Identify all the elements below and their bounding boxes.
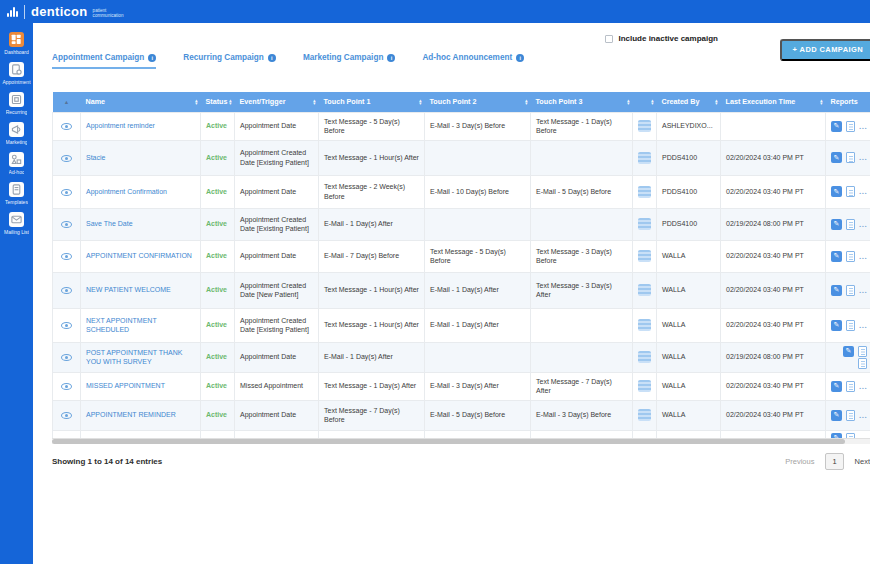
report-file-icon[interactable]	[858, 346, 867, 357]
edit-report-icon[interactable]: ✎	[831, 186, 842, 197]
queue-list-icon[interactable]	[638, 250, 651, 262]
report-file-icon[interactable]	[846, 121, 855, 132]
sidebar-item-appointment[interactable]: Appointment	[0, 62, 33, 85]
queue-list-icon[interactable]	[638, 218, 651, 230]
report-file-icon[interactable]	[846, 320, 855, 331]
column-label: Created By	[662, 97, 700, 106]
column-header-touch-point-1[interactable]: Touch Point 1▲▼	[319, 92, 425, 112]
edit-report-icon[interactable]: ✎	[831, 121, 842, 132]
campaign-name-link[interactable]: NEW PATIENT WELCOME	[86, 286, 171, 293]
more-actions-icon[interactable]: ...	[859, 222, 867, 227]
pagination-previous[interactable]: Previous	[785, 457, 814, 466]
column-header-last-execution-time[interactable]: Last Execution Time▲▼	[721, 92, 826, 112]
report-file-icon[interactable]	[858, 358, 867, 369]
campaign-name-link[interactable]: APPOINTMENT CONFIRMATION	[86, 252, 192, 259]
queue-cell	[633, 430, 657, 438]
sidebar-item-dashboard[interactable]: Dashboard	[0, 32, 33, 55]
queue-list-icon[interactable]	[638, 186, 651, 198]
campaign-name-link[interactable]: POST APPOINTMENT THANK YOU WITH SURVEY	[86, 349, 182, 365]
column-label: Last Execution Time	[726, 97, 796, 106]
view-eye-icon[interactable]	[61, 221, 72, 228]
edit-report-icon[interactable]: ✎	[831, 219, 842, 230]
status-text: Active	[206, 353, 227, 360]
queue-list-icon[interactable]	[638, 409, 651, 421]
edit-report-icon[interactable]: ✎	[831, 285, 842, 296]
view-eye-icon[interactable]	[61, 189, 72, 196]
reports-actions: ✎...	[831, 121, 870, 132]
view-eye-icon[interactable]	[61, 412, 72, 419]
view-eye-icon[interactable]	[61, 322, 72, 329]
tab-ad-hoc-announcement[interactable]: Ad-hoc Announcementi	[422, 53, 524, 69]
column-label: Touch Point 1	[324, 97, 371, 106]
edit-report-icon[interactable]: ✎	[831, 152, 842, 163]
report-file-icon[interactable]	[846, 152, 855, 163]
report-file-icon[interactable]	[846, 219, 855, 230]
report-file-icon[interactable]	[846, 251, 855, 262]
column-header-touch-point-3[interactable]: Touch Point 3▲▼	[531, 92, 633, 112]
campaign-name-link[interactable]: Save The Date	[86, 220, 133, 227]
campaign-name-link[interactable]: NEXT APPOINTMENT SCHEDULED	[86, 317, 157, 333]
sidebar-item-templates[interactable]: Templates	[0, 182, 33, 205]
tab-marketing-campaign[interactable]: Marketing Campaigni	[303, 53, 396, 69]
more-actions-icon[interactable]: ...	[859, 384, 867, 389]
column-header-blank[interactable]: ▲	[53, 92, 81, 112]
queue-list-icon[interactable]	[638, 152, 651, 164]
campaign-name-link[interactable]: MISSED APPOINTMENT	[86, 382, 165, 389]
campaign-name-link[interactable]: APPOINTMENT REMINDER	[86, 411, 176, 418]
column-header-name[interactable]: Name▲▼	[81, 92, 201, 112]
campaign-name-link[interactable]: Appointment reminder	[86, 122, 155, 129]
more-actions-icon[interactable]: ...	[859, 155, 867, 160]
view-eye-icon[interactable]	[61, 287, 72, 294]
add-campaign-button[interactable]: + ADD CAMPAIGN	[780, 39, 870, 61]
edit-report-icon[interactable]: ✎	[831, 320, 842, 331]
more-actions-icon[interactable]: ...	[859, 124, 867, 129]
column-header-touch-point-2[interactable]: Touch Point 2▲▼	[425, 92, 531, 112]
report-file-icon[interactable]	[846, 186, 855, 197]
view-eye-icon[interactable]	[61, 383, 72, 390]
edit-report-icon[interactable]: ✎	[831, 410, 842, 421]
column-header-blank[interactable]: ▲▼	[633, 92, 657, 112]
tab-recurring-campaign[interactable]: Recurring Campaigni	[183, 53, 276, 69]
h-scrollbar-thumb[interactable]	[52, 439, 845, 444]
sidebar-item-recurring[interactable]: Recurring	[0, 92, 33, 115]
sidebar-item-ad-hoc[interactable]: Ad-hoc	[0, 152, 33, 175]
more-actions-icon[interactable]: ...	[859, 254, 867, 259]
view-eye-icon[interactable]	[61, 155, 72, 162]
column-header-event-trigger[interactable]: Event/Trigger▲▼	[235, 92, 319, 112]
sidebar-item-marketing[interactable]: Marketing	[0, 122, 33, 145]
view-cell	[53, 372, 81, 400]
report-file-icon[interactable]	[846, 410, 855, 421]
sidebar-item-mailing-list[interactable]: Mailing List	[0, 212, 33, 235]
column-header-created-by[interactable]: Created By▲▼	[657, 92, 721, 112]
queue-list-icon[interactable]	[638, 380, 651, 392]
include-inactive-checkbox[interactable]	[605, 35, 613, 43]
campaign-name-link[interactable]: Appointment Confirmation	[86, 188, 167, 195]
queue-list-icon[interactable]	[638, 319, 651, 331]
queue-list-icon[interactable]	[638, 284, 651, 296]
edit-report-icon[interactable]: ✎	[831, 251, 842, 262]
more-actions-icon[interactable]: ...	[859, 288, 867, 293]
more-actions-icon[interactable]: ...	[859, 323, 867, 328]
view-eye-icon[interactable]	[61, 123, 72, 130]
touch-point-1-cell: Text Message - 1 Hour(s) After	[319, 272, 425, 308]
campaign-name-link[interactable]: Stacie	[86, 154, 105, 161]
more-actions-icon[interactable]: ...	[859, 189, 867, 194]
report-file-icon[interactable]	[846, 381, 855, 392]
pagination-page-1[interactable]: 1	[825, 453, 843, 470]
column-header-status[interactable]: Status▲▼	[201, 92, 235, 112]
view-eye-icon[interactable]	[61, 354, 72, 361]
edit-report-icon[interactable]: ✎	[831, 381, 842, 392]
tab-appointment-campaign[interactable]: Appointment Campaigni	[52, 53, 156, 69]
edit-report-icon[interactable]: ✎	[843, 346, 854, 357]
column-header-reports[interactable]: Reports▲▼	[826, 92, 870, 112]
more-actions-icon[interactable]: ...	[859, 413, 867, 418]
table-row: Appointment reminderActiveAppointment Da…	[53, 112, 870, 140]
table-row: ✎...	[53, 430, 870, 438]
view-cell	[53, 400, 81, 430]
touch-point-1-cell: E-Mail - 1 Day(s) After	[319, 342, 425, 372]
pagination-next[interactable]: Next	[855, 457, 870, 466]
queue-list-icon[interactable]	[638, 120, 651, 132]
queue-list-icon[interactable]	[638, 351, 651, 363]
report-file-icon[interactable]	[846, 285, 855, 296]
view-eye-icon[interactable]	[61, 253, 72, 260]
